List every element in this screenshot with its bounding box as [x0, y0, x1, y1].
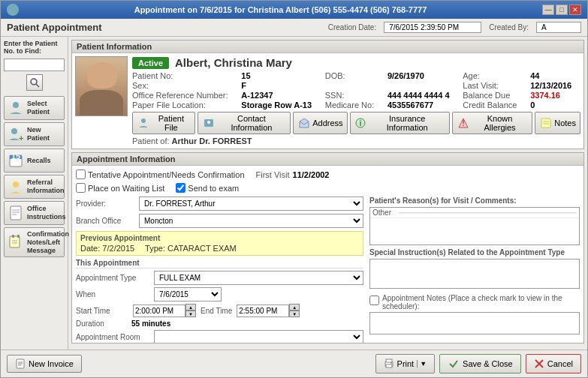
- created-by-label: Created By:: [489, 23, 529, 32]
- print-button[interactable]: Print ▼: [375, 354, 436, 374]
- office-instructions-label: Office Instructions: [27, 205, 66, 221]
- status-name-row: Active Albert, Christina Mary: [132, 56, 580, 69]
- balance-due-value: 3374.16: [530, 91, 580, 100]
- credit-balance-label: Credit Balance: [463, 100, 526, 110]
- contact-info-label: Contact Information: [217, 114, 287, 132]
- insurance-info-label: Insurance Information: [369, 114, 446, 132]
- special-instr-textarea[interactable]: [369, 259, 580, 289]
- prev-appt-date: Date: 7/2/2015: [80, 244, 134, 253]
- patient-info-body: Active Albert, Christina Mary Patient No…: [72, 53, 583, 148]
- branch-office-select[interactable]: Moncton: [139, 214, 363, 228]
- svg-rect-27: [541, 118, 550, 128]
- first-visit-value: 11/2/2002: [293, 170, 330, 179]
- svg-rect-15: [12, 235, 14, 238]
- sex-value: F: [241, 81, 320, 90]
- recalls-icon: 15: [7, 152, 25, 170]
- print-dropdown-arrow[interactable]: ▼: [417, 360, 427, 368]
- appt-type-select[interactable]: FULL EXAM: [154, 271, 363, 285]
- patient-name: Albert, Christina Mary: [175, 56, 292, 69]
- provider-select[interactable]: Dr. FORREST, Arthur: [139, 196, 363, 211]
- when-select[interactable]: 7/6/2015: [154, 287, 222, 302]
- appointment-info-title: Appointment Information: [72, 153, 583, 166]
- prev-appt-type: Type: CATARACT EXAM: [145, 244, 237, 253]
- waiting-list-checkbox[interactable]: [76, 183, 86, 193]
- start-time-down[interactable]: ▼: [185, 310, 196, 317]
- duration-row: Duration 55 minutes: [76, 320, 363, 328]
- start-time-up[interactable]: ▲: [185, 304, 196, 310]
- special-instr-label: Special Instruction(s) Related to the Ap…: [369, 248, 580, 256]
- contact-info-button[interactable]: Contact Information: [198, 112, 291, 134]
- contact-info-icon: [202, 116, 215, 130]
- last-visit-label: Last Visit:: [463, 81, 526, 90]
- provider-label: Provider:: [76, 200, 136, 208]
- appt-notes-row: Appointment Notes (Place a check mark to…: [369, 294, 580, 310]
- room-label: Appointment Room: [76, 333, 151, 341]
- bottom-right: Print ▼ Save & Close Cancel: [375, 354, 581, 374]
- credit-balance-value: 0: [530, 100, 580, 110]
- end-time-up[interactable]: ▲: [289, 304, 300, 310]
- known-allergies-button[interactable]: ! Known Allergies: [452, 112, 532, 134]
- svg-point-4: [11, 128, 17, 134]
- patient-search-button[interactable]: [26, 74, 43, 91]
- patient-info-section: Patient Information Active Albert, Chris…: [71, 40, 584, 149]
- sex-label: Sex:: [132, 81, 237, 90]
- insurance-info-button[interactable]: i Insurance Information: [350, 112, 451, 134]
- reason-label: Patient's Reason(s) for Visit / Comments…: [369, 196, 580, 205]
- confirmation-notes-icon: [7, 233, 25, 251]
- creation-date-value: 7/6/2015 2:39:50 PM: [384, 22, 481, 33]
- insurance-info-icon: i: [354, 116, 367, 130]
- appt-notes-checkbox[interactable]: [369, 296, 379, 305]
- recalls-button[interactable]: 15 Recalls: [4, 148, 65, 172]
- maximize-button[interactable]: □: [556, 4, 568, 15]
- room-select[interactable]: [154, 330, 363, 343]
- new-patient-icon: +: [7, 125, 25, 143]
- patient-no-label: Patient No:: [132, 71, 237, 80]
- prev-appt-title: Previous Appointment: [80, 234, 359, 242]
- end-time-input[interactable]: [237, 304, 289, 317]
- prev-appt-box: Previous Appointment Date: 7/2/2015 Type…: [76, 231, 363, 256]
- notes-button[interactable]: Notes: [535, 112, 580, 134]
- recalls-label: Recalls: [27, 157, 51, 165]
- close-button[interactable]: ✕: [569, 4, 581, 15]
- window-title: Appointment on 7/6/2015 for Christina Al…: [19, 5, 542, 14]
- confirmation-notes-button[interactable]: Confirmation Notes/Left Message: [4, 227, 65, 257]
- tentative-checkbox-label: Tentative Appointment/Needs Confirmation: [76, 170, 245, 179]
- appt-notes-textarea[interactable]: [369, 312, 580, 334]
- app-icon: [7, 4, 19, 16]
- appt-two-col: Provider: Dr. FORREST, Arthur Branch Off…: [76, 196, 580, 343]
- svg-point-0: [9, 6, 17, 14]
- first-visit-label: First Visit: [256, 170, 290, 179]
- cancel-button[interactable]: Cancel: [526, 354, 581, 374]
- paper-file-label: Paper File Location:: [132, 100, 237, 110]
- referral-button[interactable]: Referral Information: [4, 175, 65, 199]
- patient-of: Patient of: Arthur Dr. FORREST: [132, 136, 580, 146]
- select-patient-label: Select Patient: [27, 100, 62, 116]
- appt-notes-label: Appointment Notes (Place a check mark to…: [382, 294, 580, 310]
- start-time-input[interactable]: [133, 304, 185, 317]
- reason-textarea[interactable]: [370, 218, 579, 244]
- new-patient-button[interactable]: + New Patient: [4, 122, 65, 146]
- paper-file-value: Storage Row A-13: [241, 100, 320, 110]
- send-to-exam-checkbox[interactable]: [176, 183, 185, 193]
- tentative-label: Tentative Appointment/Needs Confirmation: [88, 170, 245, 179]
- new-invoice-button[interactable]: New Invoice: [7, 355, 82, 373]
- svg-text:+: +: [19, 134, 23, 142]
- address-button[interactable]: Address: [293, 112, 347, 134]
- appt-right-col: Patient's Reason(s) for Visit / Comments…: [369, 196, 580, 343]
- print-label: Print: [397, 359, 415, 368]
- title-bar-left: [7, 4, 19, 16]
- start-time-spinners: ▲ ▼: [185, 304, 196, 317]
- appt-type-label: Appointment Type: [76, 274, 151, 282]
- patient-details: Active Albert, Christina Mary Patient No…: [132, 56, 580, 146]
- office-instructions-button[interactable]: Office Instructions: [4, 201, 65, 225]
- end-time-down[interactable]: ▼: [289, 310, 300, 317]
- minimize-button[interactable]: —: [542, 4, 554, 15]
- office-ref-label: Office Reference Number:: [132, 91, 237, 100]
- patient-photo-image: [76, 56, 127, 116]
- patient-find-input[interactable]: [4, 58, 65, 71]
- find-patient-label: Enter the Patient No. to Find:: [4, 40, 65, 55]
- select-patient-button[interactable]: Select Patient: [4, 96, 65, 120]
- tentative-checkbox[interactable]: [76, 170, 86, 179]
- save-close-button[interactable]: Save & Close: [439, 354, 521, 374]
- patient-file-button[interactable]: Patient File: [132, 112, 195, 134]
